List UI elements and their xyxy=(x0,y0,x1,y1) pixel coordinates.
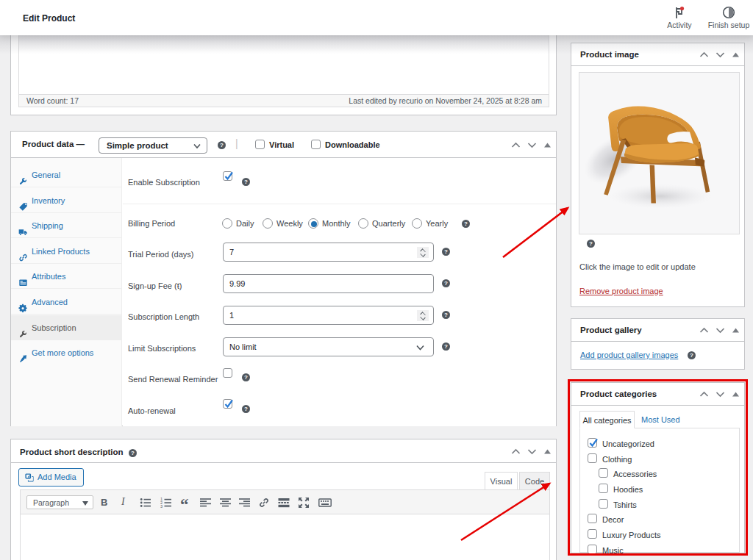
svg-text:3: 3 xyxy=(160,504,163,509)
